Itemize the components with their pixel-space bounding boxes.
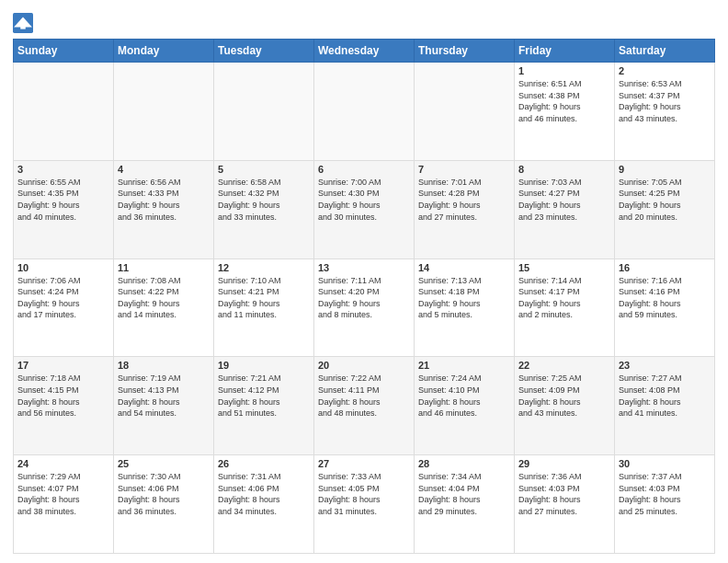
day-number: 8 xyxy=(518,164,610,175)
calendar-cell: 13Sunrise: 7:11 AM Sunset: 4:20 PM Dayli… xyxy=(314,259,415,357)
day-number: 18 xyxy=(118,360,210,371)
calendar-cell: 11Sunrise: 7:08 AM Sunset: 4:22 PM Dayli… xyxy=(114,259,214,357)
calendar-header-row: SundayMondayTuesdayWednesdayThursdayFrid… xyxy=(14,40,715,63)
day-info: Sunrise: 7:33 AM Sunset: 4:05 PM Dayligh… xyxy=(318,471,410,517)
calendar-cell xyxy=(314,63,415,161)
day-number: 22 xyxy=(518,360,610,371)
day-info: Sunrise: 7:00 AM Sunset: 4:30 PM Dayligh… xyxy=(318,177,410,223)
day-number: 5 xyxy=(218,164,310,175)
day-number: 1 xyxy=(518,65,610,76)
day-info: Sunrise: 6:56 AM Sunset: 4:33 PM Dayligh… xyxy=(118,177,210,223)
calendar-cell: 1Sunrise: 6:51 AM Sunset: 4:38 PM Daylig… xyxy=(515,63,615,161)
calendar-cell xyxy=(415,63,515,161)
weekday-header: Thursday xyxy=(415,40,515,63)
day-number: 28 xyxy=(418,458,510,469)
day-number: 26 xyxy=(218,458,310,469)
calendar-cell: 2Sunrise: 6:53 AM Sunset: 4:37 PM Daylig… xyxy=(615,63,715,161)
calendar-week-row: 1Sunrise: 6:51 AM Sunset: 4:38 PM Daylig… xyxy=(14,63,715,161)
day-info: Sunrise: 7:29 AM Sunset: 4:07 PM Dayligh… xyxy=(17,471,109,517)
day-info: Sunrise: 6:55 AM Sunset: 4:35 PM Dayligh… xyxy=(17,177,109,223)
day-number: 11 xyxy=(118,262,210,273)
day-number: 29 xyxy=(518,458,610,469)
day-number: 16 xyxy=(619,262,711,273)
calendar-cell: 10Sunrise: 7:06 AM Sunset: 4:24 PM Dayli… xyxy=(14,259,114,357)
calendar-cell: 26Sunrise: 7:31 AM Sunset: 4:06 PM Dayli… xyxy=(214,455,314,554)
calendar-cell: 9Sunrise: 7:05 AM Sunset: 4:25 PM Daylig… xyxy=(615,160,715,259)
calendar-cell xyxy=(114,63,214,161)
weekday-header: Tuesday xyxy=(214,40,314,63)
calendar-week-row: 10Sunrise: 7:06 AM Sunset: 4:24 PM Dayli… xyxy=(14,259,715,357)
weekday-header: Saturday xyxy=(615,40,715,63)
day-info: Sunrise: 7:11 AM Sunset: 4:20 PM Dayligh… xyxy=(318,275,410,321)
day-info: Sunrise: 7:13 AM Sunset: 4:18 PM Dayligh… xyxy=(418,275,510,321)
calendar-cell: 3Sunrise: 6:55 AM Sunset: 4:35 PM Daylig… xyxy=(14,160,114,259)
calendar-cell: 7Sunrise: 7:01 AM Sunset: 4:28 PM Daylig… xyxy=(415,160,515,259)
day-number: 3 xyxy=(17,164,109,175)
calendar-week-row: 24Sunrise: 7:29 AM Sunset: 4:07 PM Dayli… xyxy=(14,455,715,554)
day-info: Sunrise: 7:06 AM Sunset: 4:24 PM Dayligh… xyxy=(17,275,109,321)
day-info: Sunrise: 7:21 AM Sunset: 4:12 PM Dayligh… xyxy=(218,373,310,419)
day-info: Sunrise: 7:16 AM Sunset: 4:16 PM Dayligh… xyxy=(619,275,711,321)
day-number: 17 xyxy=(17,360,109,371)
calendar-cell: 8Sunrise: 7:03 AM Sunset: 4:27 PM Daylig… xyxy=(515,160,615,259)
calendar-cell: 12Sunrise: 7:10 AM Sunset: 4:21 PM Dayli… xyxy=(214,259,314,357)
calendar-cell: 20Sunrise: 7:22 AM Sunset: 4:11 PM Dayli… xyxy=(314,357,415,455)
day-info: Sunrise: 7:27 AM Sunset: 4:08 PM Dayligh… xyxy=(619,373,711,419)
day-number: 2 xyxy=(619,65,711,76)
day-info: Sunrise: 7:36 AM Sunset: 4:03 PM Dayligh… xyxy=(518,471,610,517)
day-info: Sunrise: 7:30 AM Sunset: 4:06 PM Dayligh… xyxy=(118,471,210,517)
day-number: 4 xyxy=(118,164,210,175)
calendar-cell: 15Sunrise: 7:14 AM Sunset: 4:17 PM Dayli… xyxy=(515,259,615,357)
day-info: Sunrise: 7:22 AM Sunset: 4:11 PM Dayligh… xyxy=(318,373,410,419)
calendar-cell xyxy=(14,63,114,161)
calendar-table: SundayMondayTuesdayWednesdayThursdayFrid… xyxy=(13,39,715,554)
day-number: 14 xyxy=(418,262,510,273)
calendar-cell: 5Sunrise: 6:58 AM Sunset: 4:32 PM Daylig… xyxy=(214,160,314,259)
day-number: 30 xyxy=(619,458,711,469)
day-number: 20 xyxy=(318,360,410,371)
calendar-cell: 21Sunrise: 7:24 AM Sunset: 4:10 PM Dayli… xyxy=(415,357,515,455)
day-number: 6 xyxy=(318,164,410,175)
day-number: 10 xyxy=(17,262,109,273)
day-number: 15 xyxy=(518,262,610,273)
day-info: Sunrise: 6:51 AM Sunset: 4:38 PM Dayligh… xyxy=(518,78,610,124)
page: SundayMondayTuesdayWednesdayThursdayFrid… xyxy=(0,0,728,563)
calendar-cell: 16Sunrise: 7:16 AM Sunset: 4:16 PM Dayli… xyxy=(615,259,715,357)
day-info: Sunrise: 7:03 AM Sunset: 4:27 PM Dayligh… xyxy=(518,177,610,223)
calendar-cell: 14Sunrise: 7:13 AM Sunset: 4:18 PM Dayli… xyxy=(415,259,515,357)
header xyxy=(13,9,715,33)
day-number: 25 xyxy=(118,458,210,469)
day-info: Sunrise: 6:53 AM Sunset: 4:37 PM Dayligh… xyxy=(619,78,711,124)
day-info: Sunrise: 6:58 AM Sunset: 4:32 PM Dayligh… xyxy=(218,177,310,223)
day-info: Sunrise: 7:08 AM Sunset: 4:22 PM Dayligh… xyxy=(118,275,210,321)
calendar-cell: 22Sunrise: 7:25 AM Sunset: 4:09 PM Dayli… xyxy=(515,357,615,455)
calendar-cell: 6Sunrise: 7:00 AM Sunset: 4:30 PM Daylig… xyxy=(314,160,415,259)
calendar-cell: 28Sunrise: 7:34 AM Sunset: 4:04 PM Dayli… xyxy=(415,455,515,554)
day-number: 27 xyxy=(318,458,410,469)
calendar-week-row: 3Sunrise: 6:55 AM Sunset: 4:35 PM Daylig… xyxy=(14,160,715,259)
day-info: Sunrise: 7:10 AM Sunset: 4:21 PM Dayligh… xyxy=(218,275,310,321)
day-number: 13 xyxy=(318,262,410,273)
weekday-header: Wednesday xyxy=(314,40,415,63)
calendar-cell: 18Sunrise: 7:19 AM Sunset: 4:13 PM Dayli… xyxy=(114,357,214,455)
day-info: Sunrise: 7:31 AM Sunset: 4:06 PM Dayligh… xyxy=(218,471,310,517)
logo-icon xyxy=(13,13,33,33)
weekday-header: Sunday xyxy=(14,40,114,63)
calendar-cell xyxy=(214,63,314,161)
day-number: 7 xyxy=(418,164,510,175)
day-info: Sunrise: 7:19 AM Sunset: 4:13 PM Dayligh… xyxy=(118,373,210,419)
calendar-cell: 25Sunrise: 7:30 AM Sunset: 4:06 PM Dayli… xyxy=(114,455,214,554)
day-number: 24 xyxy=(17,458,109,469)
day-info: Sunrise: 7:18 AM Sunset: 4:15 PM Dayligh… xyxy=(17,373,109,419)
calendar-cell: 19Sunrise: 7:21 AM Sunset: 4:12 PM Dayli… xyxy=(214,357,314,455)
day-number: 23 xyxy=(619,360,711,371)
weekday-header: Friday xyxy=(515,40,615,63)
calendar-cell: 30Sunrise: 7:37 AM Sunset: 4:03 PM Dayli… xyxy=(615,455,715,554)
weekday-header: Monday xyxy=(114,40,214,63)
day-number: 21 xyxy=(418,360,510,371)
day-info: Sunrise: 7:25 AM Sunset: 4:09 PM Dayligh… xyxy=(518,373,610,419)
calendar-week-row: 17Sunrise: 7:18 AM Sunset: 4:15 PM Dayli… xyxy=(14,357,715,455)
day-number: 19 xyxy=(218,360,310,371)
calendar-cell: 24Sunrise: 7:29 AM Sunset: 4:07 PM Dayli… xyxy=(14,455,114,554)
day-info: Sunrise: 7:01 AM Sunset: 4:28 PM Dayligh… xyxy=(418,177,510,223)
